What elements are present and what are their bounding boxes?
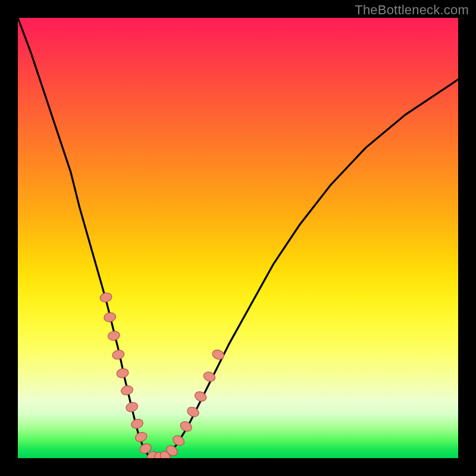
plot-area xyxy=(18,18,458,458)
data-marker xyxy=(130,418,145,430)
data-marker xyxy=(134,431,148,443)
data-marker xyxy=(111,349,125,361)
watermark-text: TheBottleneck.com xyxy=(355,2,469,18)
data-marker xyxy=(103,312,117,323)
data-marker xyxy=(116,368,130,379)
data-markers xyxy=(99,292,226,458)
data-marker xyxy=(211,348,226,361)
data-marker xyxy=(125,401,139,413)
chart-frame: TheBottleneck.com xyxy=(0,0,476,476)
data-marker xyxy=(99,292,113,303)
chart-svg xyxy=(18,18,458,458)
data-marker xyxy=(107,330,121,342)
bottleneck-curve xyxy=(18,18,458,458)
data-marker xyxy=(171,434,186,447)
data-marker xyxy=(120,384,134,396)
